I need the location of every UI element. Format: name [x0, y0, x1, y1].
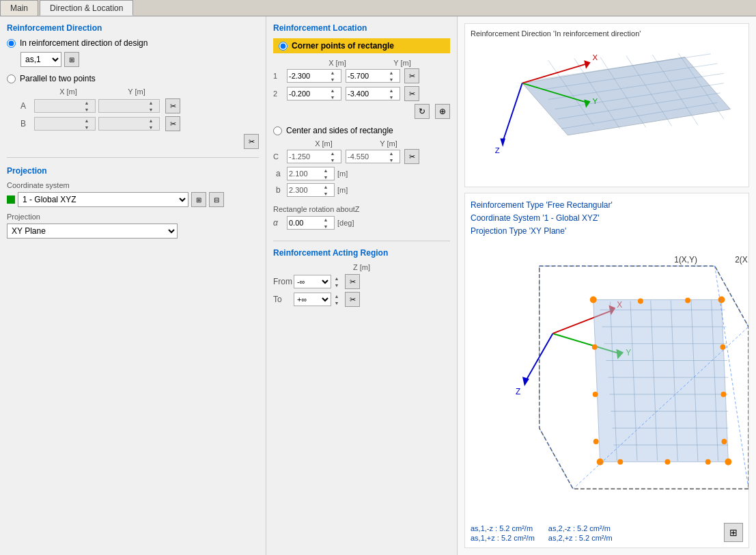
svg-point-57	[664, 459, 670, 465]
from-down[interactable]: ▼	[333, 282, 341, 288]
row-c-scissors-btn[interactable]: ✂	[404, 149, 419, 164]
rot-up[interactable]: ▲	[322, 216, 330, 223]
row1-scissors-btn[interactable]: ✂	[404, 68, 419, 83]
row-a-y-input[interactable]	[99, 102, 147, 110]
info-line1: Reinforcement Type 'Free Rectangular'	[471, 199, 613, 212]
scissors-extra-btn[interactable]: ✂	[244, 134, 259, 149]
in-reinf-radio-row: In reinforcement direction of design	[7, 38, 259, 48]
row2-x-spin: ▲ ▼	[328, 87, 337, 100]
svg-point-58	[705, 459, 711, 465]
row2-x-down[interactable]: ▼	[328, 94, 337, 100]
row1-y-input[interactable]	[346, 72, 387, 80]
row2-y-box: ▲ ▼	[346, 87, 400, 100]
to-scissors-btn[interactable]: ✂	[345, 292, 360, 307]
row-b-y-input[interactable]	[99, 120, 147, 128]
to-up[interactable]: ▲	[333, 293, 341, 299]
diagram-bottom: Reinforcement Type 'Free Rectangular' Co…	[464, 193, 749, 548]
parallel-radio[interactable]	[7, 75, 16, 83]
row-b-y-spin: ▲ ▼	[147, 117, 155, 131]
row-a-y-spin: ▲ ▼	[147, 99, 155, 113]
to-select[interactable]: +∞	[294, 293, 331, 306]
row-a-x-up[interactable]: ▲	[83, 99, 91, 106]
row-c-y-input[interactable]	[346, 152, 387, 161]
in-reinf-radio[interactable]	[7, 39, 16, 48]
rot-down[interactable]: ▼	[322, 223, 330, 230]
row1-x-spin: ▲ ▼	[328, 69, 337, 83]
ab-b-down[interactable]: ▼	[322, 190, 330, 197]
row-a-y-down[interactable]: ▼	[147, 106, 155, 113]
ab-a-up[interactable]: ▲	[322, 167, 330, 174]
y-header-left: Y [m]	[102, 87, 171, 96]
coord-icon1-btn[interactable]: ⊞	[191, 192, 206, 207]
row-c-x-up[interactable]: ▲	[328, 150, 337, 157]
coord-system-select[interactable]: 1 - Global XYZ	[18, 192, 188, 207]
to-down[interactable]: ▼	[333, 299, 341, 306]
row-b-x-down[interactable]: ▼	[83, 124, 91, 131]
row-b-y-down[interactable]: ▼	[147, 124, 155, 131]
projection-select[interactable]: XY Plane	[7, 224, 178, 239]
row-c-x-spin: ▲ ▼	[328, 150, 337, 163]
coord-icon2-btn[interactable]: ⊟	[209, 192, 224, 207]
reinforcement-direction-title: Reinforcement Direction	[7, 23, 259, 33]
svg-point-51	[718, 297, 725, 303]
ab-b-input[interactable]	[288, 186, 322, 194]
row-c-y-up[interactable]: ▲	[387, 150, 395, 157]
center-sides-radio[interactable]	[273, 126, 282, 135]
row-c-y-down[interactable]: ▼	[387, 157, 395, 163]
row2-x-box: ▲ ▼	[287, 87, 341, 100]
corner-points-radio[interactable]	[279, 42, 288, 51]
tab-main[interactable]: Main	[0, 0, 38, 16]
center-x-header: X [m]	[290, 139, 358, 148]
as-select[interactable]: as,1	[20, 52, 61, 67]
rot-input[interactable]	[288, 219, 322, 227]
diagram-top: Reinforcement Direction 'In reinforcemen…	[464, 23, 749, 187]
icon-btn-rotate[interactable]: ↻	[415, 104, 430, 119]
row-a-x-input[interactable]	[35, 102, 83, 110]
from-scissors-btn[interactable]: ✂	[345, 274, 360, 289]
tab-direction-location[interactable]: Direction & Location	[40, 0, 133, 16]
ab-a-down[interactable]: ▼	[322, 174, 330, 180]
svg-point-52	[725, 459, 731, 465]
row-b-x-input[interactable]	[35, 120, 83, 128]
projection-label: Projection	[7, 213, 259, 221]
svg-point-54	[638, 299, 643, 304]
row-a-y-up[interactable]: ▲	[147, 99, 155, 106]
acting-region-title: Reinforcement Acting Region	[273, 248, 450, 258]
row2-y-up[interactable]: ▲	[387, 87, 395, 94]
export-btn[interactable]: ⊞	[724, 523, 743, 542]
row-a-x-down[interactable]: ▼	[83, 106, 91, 113]
ab-b-up[interactable]: ▲	[322, 183, 330, 190]
row1-x-input[interactable]	[288, 72, 328, 80]
projection-title: Projection	[7, 166, 259, 176]
row1-x-up[interactable]: ▲	[328, 69, 337, 76]
row1-y-down[interactable]: ▼	[387, 76, 395, 83]
row-b-y-up[interactable]: ▲	[147, 117, 155, 124]
ab-a-spin: ▲ ▼	[322, 167, 330, 180]
row2-y-input[interactable]	[346, 90, 387, 98]
row1-x-box: ▲ ▼	[287, 69, 341, 83]
row2-y-down[interactable]: ▼	[387, 94, 395, 100]
scissors-b-btn[interactable]: ✂	[165, 116, 180, 131]
row-c-y-spin: ▲ ▼	[387, 150, 395, 163]
table-icon-btn[interactable]: ⊞	[64, 52, 79, 67]
from-up[interactable]: ▲	[333, 275, 341, 282]
row-c-x-input[interactable]	[288, 152, 328, 161]
row2-x-input[interactable]	[288, 90, 328, 98]
svg-point-60	[593, 392, 598, 397]
row2-scissors-btn[interactable]: ✂	[404, 86, 419, 101]
from-select[interactable]: -∞	[294, 275, 331, 288]
row2-x-up[interactable]: ▲	[328, 87, 337, 94]
left-panel: Reinforcement Direction In reinforcement…	[0, 16, 266, 555]
icon-btn-extra[interactable]: ⊕	[435, 104, 450, 119]
ab-a-input[interactable]	[288, 170, 322, 178]
row1-x-down[interactable]: ▼	[328, 76, 337, 83]
row-b-x-up[interactable]: ▲	[83, 117, 91, 124]
center-panel: Reinforcement Location Corner points of …	[266, 16, 458, 555]
scissors-a-btn[interactable]: ✂	[165, 98, 180, 113]
col-x-header: X [m]	[303, 59, 372, 67]
row-c-x-down[interactable]: ▼	[328, 157, 337, 163]
col-y-header: Y [m]	[372, 59, 433, 67]
row1-y-up[interactable]: ▲	[387, 69, 395, 76]
green-dot	[7, 195, 15, 204]
svg-text:2(X,Y): 2(X,Y)	[735, 255, 748, 265]
